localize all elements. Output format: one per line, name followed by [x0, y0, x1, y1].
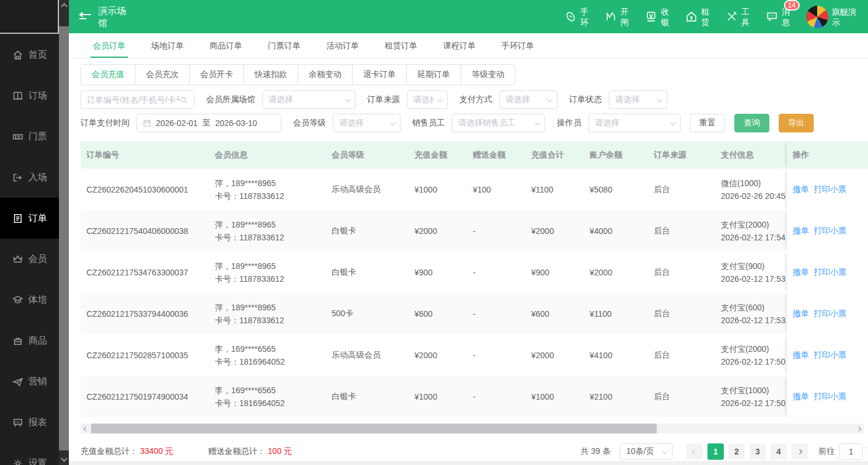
account-name: 旗舰演示 — [832, 6, 859, 27]
subtab-recharge[interactable]: 会员充值 — [81, 65, 135, 85]
cancel-order-link[interactable]: 撤单 — [793, 226, 809, 235]
reset-button[interactable]: 重置 — [690, 114, 725, 132]
subtab-level-change[interactable]: 等级变动 — [461, 65, 515, 85]
cancel-order-link[interactable]: 撤单 — [793, 309, 809, 318]
payment-select[interactable]: 请选择 — [499, 90, 557, 109]
app-title: 演示场馆 — [98, 5, 128, 29]
date-to-value[interactable]: 2026-03-10 — [215, 118, 257, 128]
page-button-2[interactable]: 2 — [728, 443, 745, 460]
cancel-order-link[interactable]: 撤单 — [793, 391, 809, 401]
sidebar-item-settings[interactable]: 设置 — [0, 443, 59, 465]
sidebar-item-entry[interactable]: 入场 — [0, 157, 59, 198]
cancel-order-link[interactable]: 撤单 — [793, 267, 809, 277]
nav-item-gate[interactable]: 开闸 — [605, 6, 629, 27]
subtab-open-card[interactable]: 会员开卡 — [189, 65, 243, 85]
chevron-left-icon — [692, 449, 697, 454]
horizontal-scrollbar[interactable] — [81, 424, 864, 433]
tab-member-orders[interactable]: 会员订单 — [80, 33, 138, 58]
row-actions: 撤单打印小票 — [787, 350, 852, 361]
search-input[interactable] — [87, 95, 180, 104]
gift-amount: - — [467, 351, 525, 360]
page-button-1[interactable]: 1 — [707, 443, 724, 460]
sidebar-item-label: 订单 — [29, 212, 47, 225]
sidebar-item-marketing[interactable]: 营销 — [0, 361, 59, 402]
print-receipt-link[interactable]: 打印小票 — [814, 184, 846, 194]
page-button-4[interactable]: 4 — [771, 443, 787, 460]
sidebar-item-ticket[interactable]: 门票 — [0, 116, 59, 157]
sidebar-item-home[interactable]: 首页 — [0, 34, 59, 75]
prev-page-button[interactable] — [686, 443, 703, 460]
subtab-extension[interactable]: 延期订单 — [406, 65, 461, 85]
pay-info: 微信(1000)2026-02-26 20:45 — [715, 177, 787, 202]
goto-page-input[interactable]: 1 — [839, 443, 863, 460]
print-receipt-link[interactable]: 打印小票 — [814, 226, 846, 235]
search-icon[interactable] — [180, 96, 188, 104]
subtab-refund-card[interactable]: 退卡订单 — [352, 65, 406, 85]
tab-rental-orders[interactable]: 租赁订单 — [372, 33, 430, 58]
export-button[interactable]: 导出 — [779, 114, 814, 132]
home-icon — [12, 50, 23, 61]
venue-select[interactable]: 请选择 — [262, 90, 355, 109]
sidebar-item-reports[interactable]: 报表 — [0, 402, 59, 443]
operator-select[interactable]: 请选择 — [588, 114, 681, 132]
source-filter-label: 订单来源 — [367, 95, 400, 105]
member-order-subtabs: 会员充值 会员充次 会员开卡 快速扣款 余额变动 退卡订单 延期订单 等级变动 — [81, 64, 515, 85]
date-range-picker[interactable]: 2026-02-01 至 2026-03-10 — [137, 114, 281, 132]
sidebar-item-label: 体培 — [29, 294, 47, 306]
venue-select-placeholder: 请选择 — [269, 95, 293, 105]
sales-select[interactable]: 请选择销售员工 — [452, 114, 545, 132]
print-receipt-link[interactable]: 打印小票 — [814, 391, 846, 401]
status-select[interactable]: 请选择 — [609, 90, 667, 109]
tab-activity-orders[interactable]: 活动订单 — [313, 33, 372, 58]
nav-item-wristband[interactable]: 手环 — [564, 6, 589, 27]
date-from-value[interactable]: 2026-02-01 — [156, 118, 198, 128]
sidebar-item-label: 订场 — [29, 90, 47, 102]
scroll-left-icon[interactable] — [81, 424, 91, 433]
nav-item-tools[interactable]: 工具 — [726, 6, 750, 27]
next-page-button[interactable] — [792, 443, 808, 460]
scroll-up-icon[interactable] — [61, 3, 67, 9]
collapse-menu-button[interactable] — [79, 11, 92, 23]
query-button[interactable]: 查询 — [734, 114, 769, 132]
tab-wristband-orders[interactable]: 手环订单 — [489, 33, 547, 58]
sidebar-item-goods[interactable]: 商品 — [0, 320, 59, 361]
nav-item-cashier[interactable]: 收银 — [645, 6, 670, 27]
scroll-right-icon[interactable] — [853, 424, 864, 433]
nav-item-account[interactable]: 旗舰演示 — [806, 6, 859, 28]
page-button-3[interactable]: 3 — [750, 443, 766, 460]
sidebar-item-booking[interactable]: 订场 — [0, 75, 59, 116]
source-select-placeholder: 请选择 — [413, 95, 434, 105]
nav-item-rental[interactable]: 租赁 — [685, 6, 710, 27]
member-info: 李，169****6565卡号：1816964052 — [209, 384, 326, 410]
tab-goods-orders[interactable]: 商品订单 — [197, 33, 255, 58]
level-select[interactable]: 请选择 — [333, 114, 400, 132]
cancel-order-link[interactable]: 撤单 — [793, 350, 809, 359]
settings-icon — [12, 458, 23, 465]
chevron-down-icon — [390, 120, 396, 125]
nav-item-messages[interactable]: 消息 14 — [766, 6, 790, 27]
print-receipt-link[interactable]: 打印小票 — [814, 267, 846, 277]
scroll-down-icon[interactable] — [61, 455, 67, 461]
sidebar-item-orders[interactable]: 订单 — [0, 198, 59, 239]
tab-ticket-orders[interactable]: 门票订单 — [255, 33, 313, 58]
horizontal-scrollbar-thumb[interactable] — [91, 424, 657, 433]
gift-total-label: 赠送金额总计： — [208, 446, 266, 457]
tab-course-orders[interactable]: 课程订单 — [430, 33, 489, 58]
ticket-icon — [12, 131, 23, 142]
subtab-quick-deduct[interactable]: 快速扣款 — [243, 65, 298, 85]
print-receipt-link[interactable]: 打印小票 — [814, 350, 846, 359]
nav-item-label: 手环 — [580, 6, 589, 27]
cancel-order-link[interactable]: 撤单 — [793, 184, 809, 194]
source-select[interactable]: 请选择 — [407, 90, 448, 109]
chevron-down-icon — [345, 96, 351, 102]
subtab-balance-change[interactable]: 余额变动 — [298, 65, 352, 85]
subtab-times[interactable]: 会员充次 — [135, 65, 189, 85]
sidebar-item-members[interactable]: 会员 — [0, 239, 59, 279]
sidebar-scrollbar[interactable] — [59, 0, 69, 465]
member-info: 萍，189****8965卡号：1187833612 — [209, 177, 326, 202]
sidebar-item-training[interactable]: 体培 — [0, 279, 59, 320]
tab-venue-orders[interactable]: 场地订单 — [138, 33, 197, 58]
print-receipt-link[interactable]: 打印小票 — [814, 309, 846, 318]
sidebar-scrollbar-thumb[interactable] — [59, 26, 69, 450]
page-size-select[interactable]: 10条/页 — [620, 443, 672, 460]
